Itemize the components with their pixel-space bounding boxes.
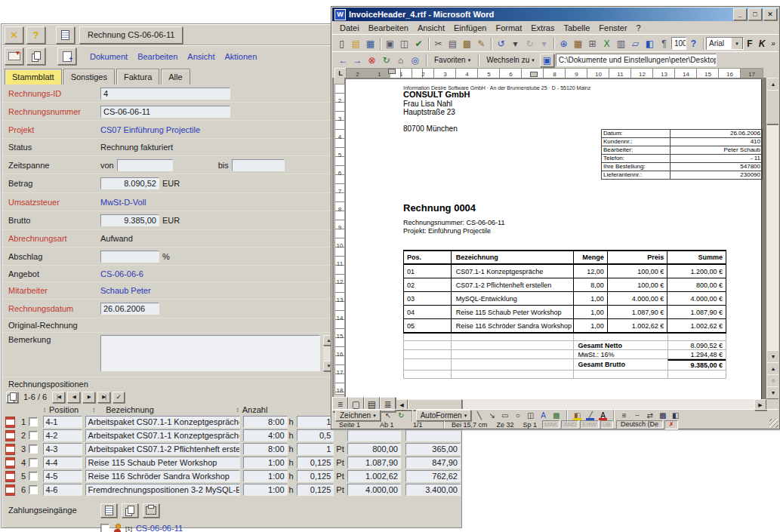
word-menu-item-8[interactable]: ? <box>632 23 646 33</box>
word-menu-item-5[interactable]: Extras <box>526 23 559 33</box>
rechnungs-id-input[interactable]: 4 <box>100 88 230 100</box>
tab-selector[interactable]: L <box>335 68 347 78</box>
status-flag-2[interactable]: ERW <box>580 420 599 429</box>
select-arrow-icon[interactable]: ↖ <box>382 411 395 421</box>
home-icon[interactable]: ⌂ <box>393 54 408 67</box>
tab-alle[interactable]: Alle <box>161 69 190 85</box>
show-paragraph-icon[interactable]: ¶ <box>657 37 671 51</box>
anzahl-input[interactable]: 1:00 <box>243 484 288 496</box>
scroll-up-icon[interactable]: ▲ <box>766 78 778 91</box>
bezeichnung-column-header[interactable]: Bezeichnung <box>106 405 154 414</box>
row-checkbox[interactable] <box>29 431 38 440</box>
tab-stammblatt[interactable]: Stammblatt <box>5 69 62 85</box>
faktor-input[interactable]: 1 <box>297 416 334 428</box>
preis-input[interactable]: 4.000,00 <box>347 484 401 496</box>
document-icon-button[interactable] <box>56 26 75 44</box>
font-color-icon[interactable]: A <box>597 411 609 421</box>
clipart-icon[interactable]: ▩ <box>550 411 563 421</box>
cut-icon[interactable]: ✂ <box>431 37 445 51</box>
new-document-icon[interactable]: ▯ <box>335 37 349 51</box>
brutto-input[interactable]: 9.385,00 <box>100 214 159 226</box>
first-page-button[interactable]: |◀ <box>52 392 65 403</box>
row-checkbox[interactable] <box>29 417 38 426</box>
new-entry-button[interactable]: + <box>57 48 76 65</box>
stop-icon[interactable]: ⊗ <box>365 54 379 67</box>
redo-dropdown-icon[interactable]: ▾ <box>537 37 551 51</box>
next-page-button[interactable]: ▶ <box>82 392 95 403</box>
scroll-down-icon[interactable]: ▼ <box>766 350 778 363</box>
preis-input[interactable] <box>347 429 401 441</box>
spelling-icon[interactable]: ✔ <box>412 37 426 51</box>
abschlag-input[interactable] <box>100 251 159 263</box>
word-menu-item-4[interactable]: Format <box>491 23 526 33</box>
free-rotate-icon[interactable]: ↻ <box>395 411 408 421</box>
projekt-link[interactable]: CS07 Einführung Projectile <box>100 125 200 134</box>
payment-checkbox[interactable] <box>100 524 109 532</box>
position-input[interactable]: 4-1 <box>43 416 82 428</box>
save-icon[interactable]: ▦ <box>363 37 378 51</box>
umsatzsteuer-link[interactable]: MwSt-D-Voll <box>100 198 146 207</box>
app-menu-item-0[interactable]: Dokument <box>90 52 128 61</box>
preis-input[interactable]: 1.002,62 <box>347 470 401 482</box>
preis-input[interactable]: 800,00 <box>347 443 401 455</box>
word-menu-item-2[interactable]: Ansicht <box>413 23 449 33</box>
word-menu-item-3[interactable]: Einfügen <box>449 23 491 33</box>
invoice-line-icon[interactable] <box>5 430 15 441</box>
insert-excel-icon[interactable]: X <box>600 37 614 51</box>
rectangle-icon[interactable]: ▭ <box>498 411 511 421</box>
position-input[interactable]: 4-4 <box>43 457 82 469</box>
invoice-line-icon[interactable] <box>5 457 15 469</box>
bezeichnung-input[interactable]: Arbeitspaket CS07.1-1 Konzeptgespräche <box>85 429 240 441</box>
status-flag-3[interactable]: ÜB <box>600 420 613 429</box>
bezeichnung-input[interactable]: Fremdrechnungspositionen 3-2 MySQL-Entw <box>85 484 240 496</box>
drawing-icon[interactable]: ▱ <box>628 37 643 51</box>
format-painter-icon[interactable]: ✎ <box>474 37 489 51</box>
anzahl-input[interactable]: 1:00 <box>243 470 288 482</box>
invoice-line-icon[interactable] <box>5 484 15 496</box>
browse-next-icon[interactable]: ▼ <box>766 386 778 399</box>
bemerkung-textarea[interactable] <box>100 335 320 371</box>
invoice-line-icon[interactable] <box>5 417 15 428</box>
status-language[interactable]: Deutsch (De <box>616 420 663 429</box>
fill-color-icon[interactable]: ◧ <box>571 411 584 421</box>
tables-borders-icon[interactable]: ▦ <box>571 37 585 51</box>
line-color-icon[interactable]: ╱ <box>584 411 597 421</box>
help-button[interactable]: ? <box>26 26 45 44</box>
word-page[interactable]: Information Desire Software GmbH · An de… <box>346 79 762 399</box>
indent-marker-icon[interactable] <box>388 69 396 74</box>
dash-style-icon[interactable]: ┄ <box>630 411 643 421</box>
copy-icon[interactable]: ▤ <box>445 37 460 51</box>
textbox-icon[interactable]: ◫ <box>524 411 537 421</box>
select-browse-object-icon[interactable]: ○ <box>766 374 778 387</box>
bezeichnung-input[interactable]: Arbeitspaket CS07.1-2 Pflichtenheft erst… <box>85 443 240 455</box>
faktor-input[interactable]: 1 <box>297 443 334 455</box>
row-checkbox[interactable] <box>29 485 38 494</box>
summe-input[interactable]: 365,00 <box>405 443 461 455</box>
resize-grip[interactable] <box>769 419 778 428</box>
arrow-style-icon[interactable]: ⇄ <box>643 411 656 421</box>
payment-link[interactable]: CS-06-06-11 <box>136 524 183 532</box>
word-menu-item-7[interactable]: Fenster <box>594 23 631 33</box>
word-menu-item-1[interactable]: Bearbeiten <box>364 23 413 33</box>
browse-previous-icon[interactable]: ▲ <box>766 362 778 375</box>
invoice-line-icon[interactable] <box>5 444 15 455</box>
arrow-icon[interactable]: ↘ <box>486 411 498 421</box>
app-menu-item-2[interactable]: Ansicht <box>187 52 214 61</box>
position-input[interactable]: 4-5 <box>43 470 82 482</box>
summe-input[interactable] <box>405 429 461 441</box>
position-input[interactable]: 4-6 <box>43 484 82 496</box>
betrag-input[interactable]: 8.090,52 <box>100 177 159 189</box>
position-column-header[interactable]: Position <box>49 405 79 414</box>
row-checkbox[interactable] <box>29 472 38 481</box>
show-web-toolbar-icon[interactable]: ▣ <box>540 54 554 67</box>
word-menu-item-0[interactable]: Datei <box>335 23 364 33</box>
vertical-ruler[interactable]: 23456789101112131415161718 <box>334 78 344 399</box>
vertical-scrollbar[interactable]: ▲ ▼ ▲ ○ ▼ <box>766 78 778 399</box>
summe-input[interactable]: 847,90 <box>405 457 461 469</box>
rechnungsdatum-input[interactable]: 26.06.2006 <box>100 303 159 315</box>
bis-input[interactable] <box>232 159 285 171</box>
copy-rows-button[interactable] <box>6 392 18 403</box>
status-flag-1[interactable]: ÄND <box>561 420 578 429</box>
position-input[interactable]: 4-3 <box>43 443 82 455</box>
autoformen-button[interactable]: AutoFormen▾ <box>416 410 472 421</box>
